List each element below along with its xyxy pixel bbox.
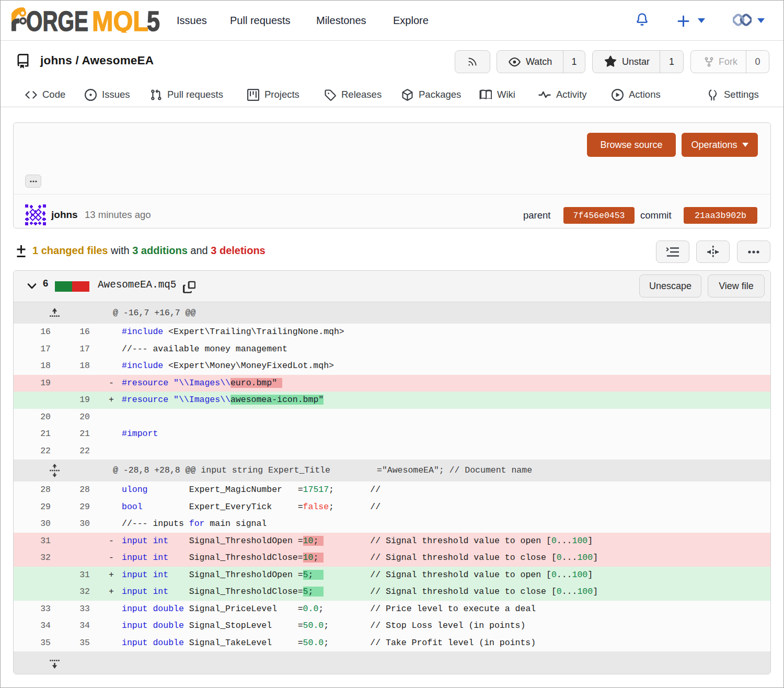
svg-text:5: 5 xyxy=(147,6,160,37)
svg-text:ORGE: ORGE xyxy=(26,6,88,37)
svg-text:MQL: MQL xyxy=(92,6,148,37)
